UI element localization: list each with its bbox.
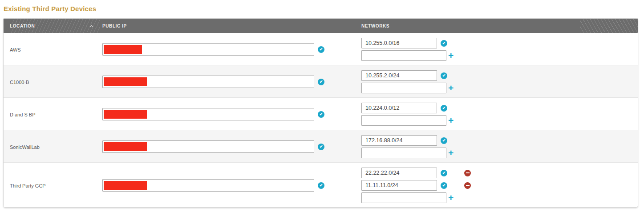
public-ip-verified-check-icon: ✔ [318, 46, 324, 53]
add-network-button[interactable]: + [448, 194, 454, 202]
network-input[interactable] [361, 103, 437, 113]
public-ip-verified-check-icon: ✔ [318, 111, 324, 118]
public-ip-field-wrapper [102, 76, 314, 88]
column-header-location[interactable]: LOCATION [4, 24, 102, 28]
networks-cell: ✔ + [360, 135, 638, 158]
network-input[interactable] [361, 38, 437, 48]
network-verified-check-icon: ✔ [441, 137, 447, 144]
new-network-input[interactable] [361, 83, 446, 93]
location-cell: AWS [4, 45, 102, 53]
column-header-networks-label: NETWORKS [361, 24, 389, 28]
remove-network-button[interactable] [464, 182, 471, 189]
network-entry: ✔ [361, 103, 638, 113]
network-entry: ✔ [361, 70, 638, 81]
table-row: C1000-B ✔ ✔ + [4, 65, 638, 97]
column-header-public-ip-label: PUBLIC IP [102, 24, 127, 28]
public-ip-cell: ✔ [102, 76, 360, 88]
redaction-overlay [104, 181, 147, 190]
minus-icon [466, 172, 470, 173]
network-input[interactable] [361, 70, 437, 81]
location-cell: D and S BP [4, 110, 102, 118]
networks-cell: ✔ + [360, 70, 638, 93]
network-verified-check-icon: ✔ [441, 40, 447, 47]
minus-icon [466, 185, 470, 186]
location-label: AWS [10, 47, 21, 52]
networks-cell: ✔ ✔ + [360, 168, 638, 203]
network-input[interactable] [361, 168, 437, 178]
public-ip-field-wrapper [102, 179, 314, 192]
column-header-location-label: LOCATION [10, 24, 35, 28]
add-network-button[interactable]: + [448, 149, 454, 157]
networks-stack: ✔ + [360, 103, 638, 126]
location-label: Third Party GCP [10, 183, 46, 188]
table-row: D and S BP ✔ ✔ + [4, 97, 638, 130]
new-network-input[interactable] [361, 192, 446, 203]
page: Existing Third Party Devices LOCATION PU… [0, 0, 644, 212]
public-ip-verified-check-icon: ✔ [318, 182, 324, 189]
new-network-entry: + [361, 192, 638, 203]
add-network-button[interactable]: + [448, 84, 454, 92]
network-entry: ✔ [361, 180, 638, 191]
page-title: Existing Third Party Devices [4, 5, 638, 12]
new-network-entry: + [361, 115, 638, 126]
networks-stack: ✔ ✔ + [360, 168, 638, 203]
networks-stack: ✔ + [360, 70, 638, 93]
location-cell: Third Party GCP [4, 181, 102, 189]
public-ip-field-wrapper [102, 108, 314, 120]
third-party-devices-table: LOCATION PUBLIC IP NETWORKS AWS ✔ ✔ [3, 18, 638, 208]
redaction-overlay [104, 142, 147, 151]
networks-cell: ✔ + [360, 103, 638, 126]
add-network-button[interactable]: + [448, 52, 454, 60]
network-input[interactable] [361, 135, 437, 146]
column-header-networks[interactable]: NETWORKS [360, 24, 638, 28]
public-ip-field-wrapper [102, 43, 314, 56]
redaction-overlay [104, 110, 147, 119]
new-network-input[interactable] [361, 115, 446, 126]
table-row: Third Party GCP ✔ ✔ ✔ + [4, 162, 638, 207]
location-cell: SonicWallLab [4, 143, 102, 151]
redaction-overlay [104, 45, 142, 54]
network-verified-check-icon: ✔ [441, 170, 447, 176]
location-label: C1000-B [10, 80, 29, 85]
redaction-overlay [104, 77, 147, 86]
new-network-entry: + [361, 50, 638, 61]
public-ip-verified-check-icon: ✔ [318, 144, 324, 150]
network-input[interactable] [361, 180, 437, 191]
new-network-entry: + [361, 148, 638, 158]
networks-cell: ✔ + [360, 38, 638, 61]
remove-network-button[interactable] [464, 170, 471, 176]
public-ip-cell: ✔ [102, 179, 360, 192]
sort-asc-icon[interactable] [89, 25, 93, 28]
network-verified-check-icon: ✔ [441, 105, 447, 112]
table-body: AWS ✔ ✔ + C1000-B ✔ [4, 33, 638, 207]
networks-stack: ✔ + [360, 135, 638, 158]
table-row: SonicWallLab ✔ ✔ + [4, 130, 638, 162]
public-ip-cell: ✔ [102, 140, 360, 153]
public-ip-verified-check-icon: ✔ [318, 79, 324, 85]
network-verified-check-icon: ✔ [441, 72, 447, 79]
location-label: D and S BP [10, 112, 35, 117]
column-header-public-ip[interactable]: PUBLIC IP [102, 24, 360, 28]
location-cell: C1000-B [4, 78, 102, 86]
add-network-button[interactable]: + [448, 116, 454, 124]
new-network-input[interactable] [361, 148, 446, 158]
new-network-input[interactable] [361, 50, 446, 61]
network-entry: ✔ [361, 135, 638, 146]
new-network-entry: + [361, 83, 638, 93]
networks-stack: ✔ + [360, 38, 638, 61]
public-ip-field-wrapper [102, 140, 314, 153]
network-verified-check-icon: ✔ [441, 182, 447, 189]
location-label: SonicWallLab [10, 144, 40, 150]
table-row: AWS ✔ ✔ + [4, 33, 638, 65]
table-header: LOCATION PUBLIC IP NETWORKS [4, 19, 638, 33]
network-entry: ✔ [361, 168, 638, 178]
public-ip-cell: ✔ [102, 108, 360, 120]
public-ip-cell: ✔ [102, 43, 360, 56]
network-entry: ✔ [361, 38, 638, 48]
